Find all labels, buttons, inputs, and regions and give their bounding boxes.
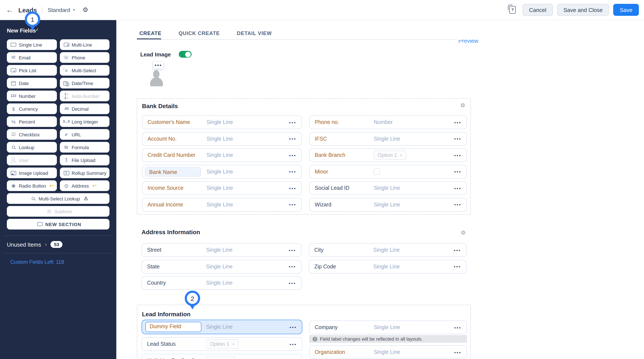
field-options-icon[interactable]: ●●● <box>289 249 296 252</box>
field-type-percent[interactable]: %Percent <box>7 116 57 127</box>
unused-items-row[interactable]: Unused Items › 53 <box>7 241 110 248</box>
field-row-dummy-field-selected[interactable]: Dummy FieldSingle Line●●● <box>142 320 302 334</box>
field-options-icon[interactable]: ●●● <box>289 137 296 140</box>
field-type-currency[interactable]: $Currency <box>7 103 57 114</box>
field-options-icon[interactable]: ●●● <box>454 187 462 190</box>
formula-fx-icon: fx <box>63 145 70 150</box>
field-type-pick-list[interactable]: Pick List <box>7 65 57 76</box>
field-type-number[interactable]: 123Number <box>7 91 57 101</box>
field-row-city[interactable]: CitySingle Line●●● <box>309 243 466 257</box>
field-row-account-no[interactable]: Account No.Single Line●●● <box>142 132 302 145</box>
tab-create[interactable]: CREATE <box>140 30 162 36</box>
field-type-date-time[interactable]: Date/Time <box>60 78 110 88</box>
section-lead-information: Lead Information Dummy FieldSingle Line●… <box>137 305 471 359</box>
field-options-icon[interactable]: ●●● <box>289 187 296 190</box>
field-type-multi-select[interactable]: ✓≡Multi-Select <box>60 65 110 76</box>
section-gear-icon[interactable]: ⚙ <box>460 102 465 109</box>
field-options-icon[interactable]: ●●● <box>289 265 296 268</box>
field-options-icon[interactable]: ●●● <box>454 249 461 252</box>
tab-detail-view[interactable]: DETAIL VIEW <box>237 30 272 36</box>
field-type-subform: ⊞Subform <box>7 206 110 217</box>
field-options-icon[interactable]: ●●● <box>454 170 462 173</box>
marker-number: 1 <box>25 11 40 27</box>
field-row-phone-no[interactable]: Phone no.Number●●● <box>309 115 467 129</box>
field-type-formula[interactable]: fxFormula <box>60 142 110 153</box>
preview-link[interactable]: Preview <box>458 40 486 43</box>
field-type-url[interactable]: ∞URL <box>60 129 110 140</box>
field-options-icon[interactable]: ●●● <box>454 351 462 354</box>
field-row-state[interactable]: StateSingle Line●●● <box>142 260 302 273</box>
envelope-icon: ✉ <box>10 55 17 60</box>
picklist-preview[interactable]: Option 1▼ <box>374 150 406 160</box>
field-row-credit-card-number[interactable]: Credit Card NumberSingle Line●●● <box>142 148 302 162</box>
field-options-icon[interactable]: ●●● <box>289 203 296 206</box>
field-type-date[interactable]: Date <box>7 78 57 88</box>
save-and-close-button[interactable]: Save and Close <box>557 4 609 16</box>
layout-selector[interactable]: Standard ▼ <box>48 7 76 13</box>
lead-image-toggle[interactable] <box>178 51 191 58</box>
subform-grid-icon: ⊞ <box>46 209 52 214</box>
field-options-icon[interactable]: ●●● <box>290 343 297 346</box>
field-options-icon[interactable]: ●●● <box>289 170 296 173</box>
field-type-phone[interactable]: ☏Phone <box>60 52 110 63</box>
tab-rule <box>137 39 457 40</box>
field-type-decimal[interactable]: .00Decimal <box>60 103 110 114</box>
field-type-address[interactable]: Address✦✦ <box>60 180 110 191</box>
section-gear-icon[interactable]: ⚙ <box>461 230 466 236</box>
save-button[interactable]: Save <box>614 4 639 16</box>
checklist-icon: ✓≡ <box>63 68 70 73</box>
cancel-button[interactable]: Cancel <box>522 4 553 16</box>
field-options-icon[interactable]: ●●● <box>454 203 462 206</box>
field-options-icon[interactable]: ●●● <box>454 137 462 140</box>
field-row-country[interactable]: CountrySingle Line●●● <box>142 276 302 290</box>
field-row-wizard[interactable]: WizardSingle Line●●● <box>309 198 467 211</box>
field-type-lookup[interactable]: Lookup <box>7 142 57 153</box>
field-options-icon[interactable]: ●●● <box>454 326 462 329</box>
field-options-icon[interactable]: ●●● <box>289 121 296 124</box>
picklist-preview[interactable]: Option 1▼ <box>206 339 239 349</box>
field-label-input[interactable]: Dummy Field <box>146 322 202 332</box>
field-options-icon[interactable]: ●●● <box>289 154 296 157</box>
field-type-image-upload[interactable]: Image Upload <box>7 168 57 178</box>
field-row-social-lead-id[interactable]: Social Lead IDSingle Line●●● <box>309 181 467 195</box>
field-options-icon[interactable]: ●●● <box>289 282 296 284</box>
field-options-icon[interactable]: ●●● <box>454 265 461 268</box>
field-type-radio-button[interactable]: ◉Radio Button✦✦ <box>7 180 57 191</box>
field-row-zip-code[interactable]: Zip CodeSingle Line●●● <box>309 260 466 273</box>
field-row-organization[interactable]: OrganizationSingle Line●●● <box>309 345 467 359</box>
chevron-right-icon: › <box>45 242 46 248</box>
field-options-icon[interactable]: ●●● <box>454 154 462 157</box>
field-row-company[interactable]: CompanySingle Line●●● <box>309 321 467 334</box>
field-row-bank-name[interactable]: Bank NameSingle Line●●● <box>142 165 302 178</box>
field-row-customers-name[interactable]: Customer's NameSingle Line●●● <box>142 115 302 129</box>
field-options-icon[interactable]: ●●● <box>454 121 462 124</box>
field-type-file-upload[interactable]: ↥File Upload <box>60 155 110 165</box>
new-section-button[interactable]: NEW SECTION <box>7 219 110 230</box>
settings-gear-icon[interactable]: ⚙ <box>82 6 88 14</box>
field-type-grid: Single Line Multi-Line ✉Email ☏Phone Pic… <box>7 39 110 230</box>
field-row-annual-income[interactable]: Annual IncomeSingle Line●●● <box>142 198 302 211</box>
field-type-single-line[interactable]: Single Line <box>7 39 57 50</box>
help-doc-icon[interactable]: ? <box>509 6 516 14</box>
field-type-rollup-summary[interactable]: ΣRollup Summary <box>60 168 110 178</box>
auto-number-icon: 1–2– <box>63 92 70 100</box>
field-type-multi-select-lookup[interactable]: Multi-Select Lookup⚠ <box>7 193 110 204</box>
field-type-email[interactable]: ✉Email <box>7 52 57 63</box>
lead-image-options-icon[interactable]: ●●● <box>153 61 163 69</box>
field-row-bank-branch[interactable]: Bank BranchOption 1▼●●● <box>309 148 467 162</box>
field-row-multi-line-partial[interactable]: Multi Line For SmallMulti Line●●● <box>142 354 302 359</box>
field-options-icon[interactable]: ●●● <box>290 326 297 329</box>
field-row-lead-status[interactable]: Lead StatusOption 1▼●●● <box>142 337 302 351</box>
field-type-multi-line[interactable]: Multi-Line <box>60 39 110 50</box>
field-type-long-integer[interactable]: 9...9Long Integer <box>60 116 110 127</box>
radio-icon: ◉ <box>10 183 17 188</box>
chevron-down-icon: ▼ <box>232 343 235 346</box>
field-row-street[interactable]: StreetSingle Line●●● <box>142 243 302 257</box>
field-row-income-source[interactable]: Income SourceSingle Line●●● <box>142 181 302 195</box>
field-type-checkbox[interactable]: ☑Checkbox <box>7 129 57 140</box>
checkbox-preview[interactable] <box>374 168 380 175</box>
back-icon[interactable]: ← <box>6 6 13 13</box>
field-row-minor[interactable]: Minor●●● <box>309 165 467 178</box>
tab-quick-create[interactable]: QUICK CREATE <box>178 30 220 36</box>
field-row-ifsc[interactable]: IFSCSingle Line●●● <box>309 132 467 145</box>
